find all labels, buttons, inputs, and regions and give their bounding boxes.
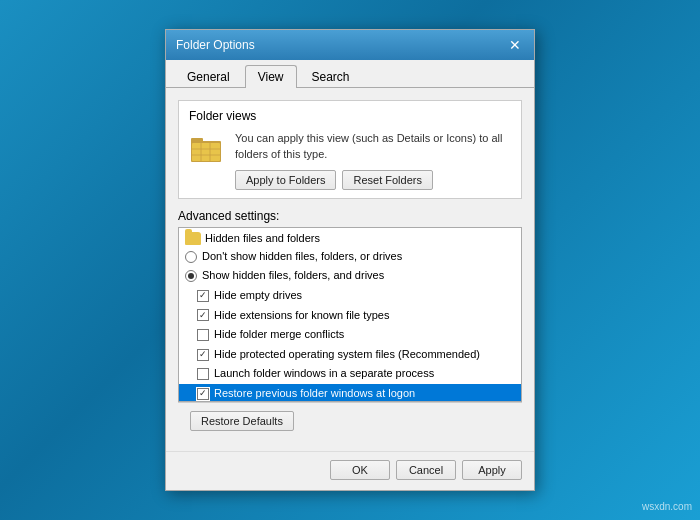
advanced-settings-list[interactable]: Hidden files and folders Don't show hidd…: [179, 228, 521, 401]
dialog-footer: OK Cancel Apply: [166, 451, 534, 490]
checkbox-icon-hide-merge-conflicts: [197, 329, 209, 341]
tab-search[interactable]: Search: [299, 65, 363, 88]
checkbox-hide-empty-drives[interactable]: Hide empty drives: [179, 286, 521, 306]
checkbox-restore-previous[interactable]: Restore previous folder windows at logon: [179, 384, 521, 401]
label-hide-protected: Hide protected operating system files (R…: [214, 346, 480, 364]
svg-rect-2: [192, 143, 220, 161]
folder-views-inner: You can apply this view (such as Details…: [189, 131, 511, 190]
advanced-settings-container: Hidden files and folders Don't show hidd…: [178, 227, 522, 402]
radio-icon-show: [185, 270, 197, 282]
radio-dont-show[interactable]: Don't show hidden files, folders, or dri…: [179, 247, 521, 267]
checkbox-icon-launch-separate: [197, 368, 209, 380]
advanced-label: Advanced settings:: [178, 209, 522, 223]
folder-icon: [189, 131, 225, 167]
label-restore-previous: Restore previous folder windows at logon: [214, 385, 415, 401]
checkbox-hide-merge-conflicts[interactable]: Hide folder merge conflicts: [179, 325, 521, 345]
tab-general[interactable]: General: [174, 65, 243, 88]
apply-button[interactable]: Apply: [462, 460, 522, 480]
folder-views-buttons: Apply to Folders Reset Folders: [235, 170, 511, 190]
folder-views-section: Folder views: [178, 100, 522, 199]
list-group-header-hidden: Hidden files and folders: [179, 230, 521, 247]
restore-defaults-button[interactable]: Restore Defaults: [190, 411, 294, 431]
checkbox-icon-hide-extensions: [197, 309, 209, 321]
dialog-title: Folder Options: [176, 38, 255, 52]
group-header-label: Hidden files and folders: [205, 232, 320, 244]
checkbox-hide-protected[interactable]: Hide protected operating system files (R…: [179, 345, 521, 365]
checkbox-launch-separate[interactable]: Launch folder windows in a separate proc…: [179, 364, 521, 384]
label-hide-extensions: Hide extensions for known file types: [214, 307, 389, 325]
radio-icon-dont-show: [185, 251, 197, 263]
tab-view[interactable]: View: [245, 65, 297, 88]
folder-small-icon: [185, 232, 201, 245]
ok-button[interactable]: OK: [330, 460, 390, 480]
cancel-button[interactable]: Cancel: [396, 460, 456, 480]
label-launch-separate: Launch folder windows in a separate proc…: [214, 365, 434, 383]
tab-content: Folder views: [166, 88, 534, 451]
tab-bar: General View Search: [166, 60, 534, 88]
checkbox-icon-hide-protected: [197, 349, 209, 361]
close-button[interactable]: ✕: [506, 36, 524, 54]
title-bar: Folder Options ✕: [166, 30, 534, 60]
folder-views-desc: You can apply this view (such as Details…: [235, 131, 511, 162]
label-hide-empty-drives: Hide empty drives: [214, 287, 302, 305]
label-hide-merge-conflicts: Hide folder merge conflicts: [214, 326, 344, 344]
reset-folders-button[interactable]: Reset Folders: [342, 170, 432, 190]
restore-defaults-bar: Restore Defaults: [178, 402, 522, 439]
watermark: wsxdn.com: [642, 501, 692, 512]
checkbox-icon-hide-empty-drives: [197, 290, 209, 302]
radio-show[interactable]: Show hidden files, folders, and drives: [179, 266, 521, 286]
svg-rect-1: [191, 138, 203, 143]
apply-to-folders-button[interactable]: Apply to Folders: [235, 170, 336, 190]
folder-views-title: Folder views: [189, 109, 511, 123]
checkbox-hide-extensions[interactable]: Hide extensions for known file types: [179, 306, 521, 326]
radio-label-show: Show hidden files, folders, and drives: [202, 267, 384, 285]
folder-options-dialog: Folder Options ✕ General View Search Fol…: [165, 29, 535, 491]
checkbox-icon-restore-previous: [197, 388, 209, 400]
folder-views-right: You can apply this view (such as Details…: [235, 131, 511, 190]
radio-label-dont-show: Don't show hidden files, folders, or dri…: [202, 248, 402, 266]
